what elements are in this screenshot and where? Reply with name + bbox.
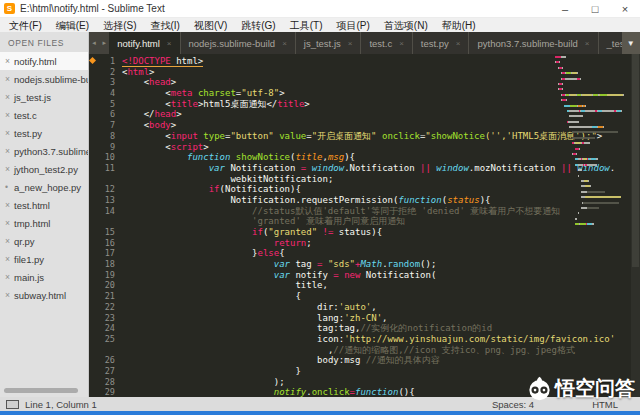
close-file-icon[interactable]: × (5, 74, 14, 84)
close-file-icon[interactable]: × (5, 290, 14, 300)
code-line[interactable]: 15 if("granted" != status){ (89, 227, 640, 238)
sidebar-file-item[interactable]: ×tmp.html (0, 214, 88, 232)
sidebar-file-item[interactable]: ×subway.html (0, 286, 88, 304)
tab-python3.7.sublime-build[interactable]: python3.7.sublime-build× (469, 32, 598, 54)
minimize-button[interactable]: – (550, 1, 580, 17)
code-line[interactable]: 23 lang:'zh-CN', (89, 313, 640, 324)
tab-scroll-left-icon[interactable]: ◂ (89, 32, 99, 54)
code-line[interactable]: 24 tag:tag,//实例化的notification的id (89, 323, 640, 334)
code-line[interactable]: 21 { (89, 291, 640, 302)
code-token: random (388, 259, 421, 270)
menu-item[interactable]: 首选项(N) (377, 18, 435, 33)
line-number: 29 (89, 387, 122, 397)
tab-_test2.py[interactable]: _test2.py× (599, 32, 622, 54)
vertical-scrollbar[interactable] (631, 54, 640, 397)
code-token: notify (295, 270, 333, 281)
cursor-position: Line 1, Column 1 (25, 399, 97, 410)
code-token: , (371, 302, 376, 313)
code-line[interactable]: 26 body:msg //通知的具体内容 (89, 355, 640, 366)
line-number: 4 (89, 88, 122, 99)
tab-nodejs.sublime-build[interactable]: nodejs.sublime-build× (181, 32, 296, 54)
close-button[interactable]: × (610, 1, 640, 17)
sidebar-horizontal-scrollbar[interactable] (4, 388, 78, 393)
code-token: ; (306, 238, 311, 249)
code-token: msg (328, 152, 344, 163)
panel-toggle-icon[interactable] (6, 400, 19, 409)
code-token: || (420, 163, 431, 174)
tab-overflow-dropdown-icon[interactable]: ▼ (622, 32, 640, 54)
code-line[interactable]: 22 dir:'auto', (89, 302, 640, 313)
code-token: "granted" (268, 227, 317, 238)
sidebar: OPEN FILES ×notify.html×nodejs.sublime-b… (0, 32, 89, 397)
close-file-icon[interactable]: × (5, 272, 14, 282)
sidebar-file-item[interactable]: ×qr.py (0, 232, 88, 250)
menu-item[interactable]: 文件(F) (2, 18, 49, 33)
tab-close-icon[interactable]: × (399, 39, 404, 48)
code-token: script (171, 142, 204, 153)
code-line[interactable]: 16 return; (89, 238, 640, 249)
close-file-icon[interactable]: × (5, 146, 14, 156)
sidebar-file-item[interactable]: •a_new_hope.py (0, 178, 88, 196)
modified-dot-icon[interactable]: • (5, 182, 14, 192)
menu-item[interactable]: 帮助(H) (435, 18, 483, 33)
tab-test.c[interactable]: test.c× (361, 32, 412, 54)
maximize-button[interactable]: □ (580, 1, 610, 17)
code-editor[interactable]: 1<!DOCTYPE html>2<html>3 <head>4 <meta c… (89, 54, 640, 397)
sidebar-file-item[interactable]: ×main.js (0, 268, 88, 286)
close-file-icon[interactable]: × (5, 236, 14, 246)
menu-item[interactable]: 查找(I) (143, 18, 186, 33)
close-file-icon[interactable]: × (5, 218, 14, 228)
sidebar-file-item[interactable]: ×nodejs.sublime-build (0, 70, 88, 88)
close-file-icon[interactable]: × (5, 56, 14, 66)
sidebar-file-item[interactable]: ×test.html (0, 196, 88, 214)
close-file-icon[interactable]: × (5, 200, 14, 210)
code-token: (){ (398, 387, 414, 397)
menu-item[interactable]: 选择(S) (96, 18, 143, 33)
code-token: showNotice (236, 152, 290, 163)
sidebar-file-item[interactable]: ×file1.py (0, 250, 88, 268)
watermark-text: 悟空问答 (555, 375, 635, 402)
tab-test.py[interactable]: test.py× (413, 32, 470, 54)
close-file-icon[interactable]: × (5, 254, 14, 264)
sidebar-file-item[interactable]: ×jython_test2.py (0, 160, 88, 178)
sidebar-file-item[interactable]: ×notify.html (0, 52, 88, 70)
code-token: status (447, 195, 480, 206)
menu-item[interactable]: 视图(V) (187, 18, 234, 33)
scrollbar-thumb[interactable] (632, 54, 639, 267)
code-line[interactable]: 25 icon:'http://www.yinshuajun.com/stati… (89, 334, 640, 345)
menu-item[interactable]: 编辑(E) (49, 18, 96, 33)
close-file-icon[interactable]: × (5, 110, 14, 120)
code-token: lang: (317, 313, 344, 324)
menu-item[interactable]: 跳转(G) (234, 18, 282, 33)
code-line[interactable]: 20 title, (89, 280, 640, 291)
tab-close-icon[interactable]: × (167, 39, 172, 48)
minimap[interactable] (555, 56, 629, 229)
code-line[interactable]: ,//通知的缩略图,//icon 支持ico、png、jpg、jpeg格式 (89, 345, 640, 356)
line-number: 14 (89, 206, 122, 217)
code-line[interactable]: 18 var tag = "sds"+Math.random(); (89, 259, 640, 270)
sidebar-file-item[interactable]: ×python3.7.sublime-buil (0, 142, 88, 160)
code-line[interactable]: 17 }else{ (89, 248, 640, 259)
line-number: 10 (89, 152, 122, 163)
code-token: title (277, 99, 304, 110)
sidebar-file-item[interactable]: ×test.c (0, 106, 88, 124)
sidebar-file-item[interactable]: ×test.py (0, 124, 88, 142)
tab-close-icon[interactable]: × (348, 39, 353, 48)
tab-close-icon[interactable]: × (456, 39, 461, 48)
close-file-icon[interactable]: × (5, 164, 14, 174)
tab-js_test.js[interactable]: js_test.js× (296, 32, 362, 54)
code-token: title (171, 99, 198, 110)
tab-notify.html[interactable]: notify.html× (109, 32, 180, 54)
tab-close-icon[interactable]: × (282, 39, 287, 48)
menu-item[interactable]: 工具(T) (283, 18, 330, 33)
code-line[interactable]: 19 var notify = new Notification( (89, 270, 640, 281)
tab-scroll-right-icon[interactable]: ▸ (99, 32, 109, 54)
sidebar-file-item[interactable]: ×js_test.js (0, 88, 88, 106)
close-file-icon[interactable]: × (5, 128, 14, 138)
code-token: charset (198, 88, 236, 99)
menu-item[interactable]: 项目(P) (330, 18, 377, 33)
code-token: .Notification (344, 163, 420, 174)
code-token: > (304, 99, 309, 110)
close-file-icon[interactable]: × (5, 92, 14, 102)
tab-close-icon[interactable]: × (585, 39, 590, 48)
